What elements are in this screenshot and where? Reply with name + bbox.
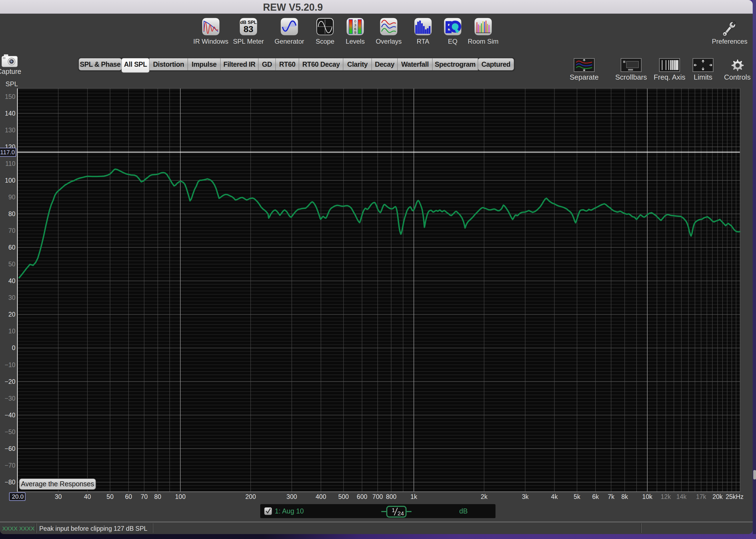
svg-text:1k: 1k xyxy=(410,493,417,500)
svg-text:140: 140 xyxy=(5,110,15,117)
svg-text:20: 20 xyxy=(8,311,15,318)
svg-text:25kHz: 25kHz xyxy=(725,493,743,500)
svg-text:50: 50 xyxy=(8,261,15,268)
svg-text:60: 60 xyxy=(125,493,132,500)
svg-text:200: 200 xyxy=(245,493,256,500)
svg-text:12k: 12k xyxy=(661,493,671,500)
svg-text:5k: 5k xyxy=(574,493,581,500)
svg-text:80: 80 xyxy=(8,210,15,217)
svg-text:300: 300 xyxy=(287,493,297,500)
svg-text:117.0: 117.0 xyxy=(0,149,15,156)
svg-text:7k: 7k xyxy=(608,493,615,500)
svg-text:−20: −20 xyxy=(5,378,15,385)
svg-text:60: 60 xyxy=(8,244,15,251)
svg-text:−40: −40 xyxy=(5,412,15,419)
svg-text:−80: −80 xyxy=(5,479,15,486)
svg-text:70: 70 xyxy=(141,493,148,500)
svg-text:100: 100 xyxy=(175,493,185,500)
svg-text:500: 500 xyxy=(338,493,349,500)
svg-text:40: 40 xyxy=(84,493,91,500)
svg-text:14k: 14k xyxy=(676,493,687,500)
svg-text:10: 10 xyxy=(8,328,15,335)
svg-text:20.0: 20.0 xyxy=(12,493,24,500)
svg-text:4k: 4k xyxy=(551,493,558,500)
svg-text:600: 600 xyxy=(357,493,367,500)
svg-text:70: 70 xyxy=(8,227,15,234)
svg-text:80: 80 xyxy=(154,493,162,500)
svg-text:150: 150 xyxy=(5,93,15,100)
svg-text:400: 400 xyxy=(316,493,326,500)
svg-text:110: 110 xyxy=(5,160,15,167)
svg-text:0: 0 xyxy=(12,344,15,351)
svg-text:130: 130 xyxy=(5,126,15,134)
svg-text:3k: 3k xyxy=(522,493,529,500)
svg-text:−30: −30 xyxy=(5,395,15,402)
svg-text:40: 40 xyxy=(8,277,15,284)
svg-text:−60: −60 xyxy=(5,445,15,452)
svg-text:50: 50 xyxy=(106,493,114,500)
svg-text:700: 700 xyxy=(373,493,383,500)
svg-text:−50: −50 xyxy=(5,428,15,435)
svg-text:30: 30 xyxy=(8,294,15,301)
svg-text:8k: 8k xyxy=(621,493,628,500)
svg-text:20k: 20k xyxy=(712,493,723,500)
svg-text:2k: 2k xyxy=(481,493,488,500)
svg-text:6k: 6k xyxy=(592,493,599,500)
svg-text:−70: −70 xyxy=(5,462,15,469)
svg-text:800: 800 xyxy=(386,493,396,500)
svg-text:30: 30 xyxy=(55,493,62,500)
svg-text:90: 90 xyxy=(8,193,15,201)
svg-text:10k: 10k xyxy=(642,493,653,500)
svg-text:100: 100 xyxy=(5,177,15,184)
svg-text:17k: 17k xyxy=(696,493,706,500)
svg-text:−10: −10 xyxy=(5,361,15,368)
